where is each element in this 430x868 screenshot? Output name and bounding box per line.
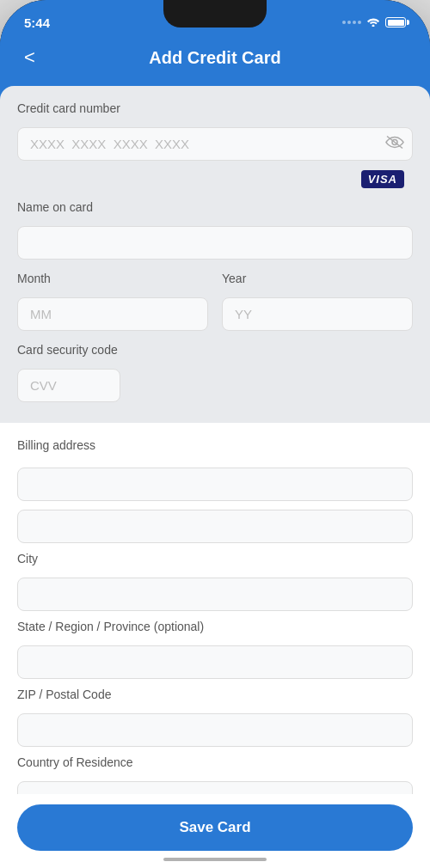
billing-address-label: Billing address [17, 438, 413, 452]
name-group: Name on card [17, 200, 413, 260]
header-title: Add Credit Card [149, 48, 280, 68]
month-input[interactable] [17, 297, 208, 331]
battery-icon [385, 17, 406, 28]
country-label: Country of Residence [17, 755, 413, 769]
signal-dot [358, 21, 361, 24]
state-input[interactable] [17, 645, 413, 679]
zip-input[interactable] [17, 713, 413, 747]
card-number-input[interactable] [17, 127, 413, 161]
signal-dot [342, 21, 346, 24]
state-label: State / Region / Province (optional) [17, 620, 413, 633]
address-line1-input[interactable] [17, 468, 413, 501]
card-section: Credit card number VISA [0, 86, 430, 423]
year-label: Year [222, 272, 413, 285]
notch [163, 0, 267, 28]
battery-fill [388, 20, 404, 26]
signal-dots [342, 21, 361, 24]
city-input[interactable] [17, 578, 413, 611]
city-label: City [17, 552, 413, 565]
zip-group: ZIP / Postal Code [17, 688, 413, 747]
home-indicator [163, 858, 267, 861]
back-button[interactable]: < [17, 43, 42, 72]
card-number-group: Credit card number VISA [17, 101, 413, 169]
save-button[interactable]: Save Card [17, 804, 413, 851]
name-label: Name on card [17, 200, 413, 214]
header: < Add Credit Card [0, 38, 430, 86]
month-year-row: Month Year [17, 272, 413, 331]
year-group: Year [222, 272, 413, 331]
address-line2-input[interactable] [17, 510, 413, 543]
card-number-label: Credit card number [17, 101, 413, 115]
cvv-input[interactable] [17, 369, 120, 402]
state-group: State / Region / Province (optional) [17, 620, 413, 679]
zip-label: ZIP / Postal Code [17, 688, 413, 701]
signal-dot [347, 21, 351, 24]
cvv-label: Card security code [17, 343, 413, 357]
year-input[interactable] [222, 297, 413, 331]
phone-shell: 5:44 < Add Cre [0, 0, 430, 868]
eye-icon[interactable] [385, 135, 404, 153]
billing-section: Billing address City State / Region / Pr… [0, 423, 430, 808]
month-label: Month [17, 272, 208, 285]
phone-screen: 5:44 < Add Cre [0, 0, 430, 868]
month-group: Month [17, 272, 208, 331]
status-time: 5:44 [24, 15, 50, 30]
cvv-group: Card security code [17, 343, 413, 402]
billing-fields: Billing address City State / Region / Pr… [17, 438, 413, 808]
city-group: City [17, 552, 413, 611]
main-content: Credit card number VISA [0, 86, 430, 808]
wifi-icon [366, 15, 380, 29]
svg-line-1 [387, 136, 402, 148]
visa-badge: VISA [361, 170, 404, 188]
status-icons [342, 15, 406, 29]
signal-dot [353, 21, 356, 24]
card-number-row: VISA [17, 127, 413, 161]
name-input[interactable] [17, 226, 413, 260]
